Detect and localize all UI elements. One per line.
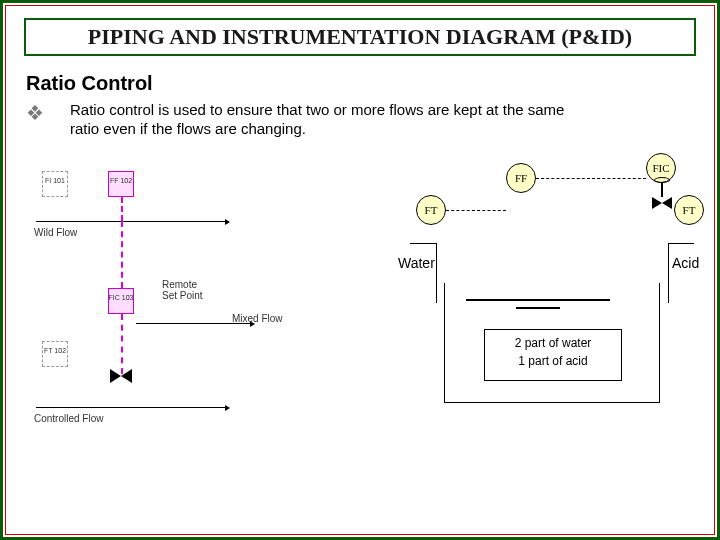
control-valve-icon xyxy=(652,197,672,209)
label-remote-setpoint: Remote Set Point xyxy=(162,279,203,301)
process-diagram-right: FIC FF FT FT Water Acid 2 part of water … xyxy=(356,153,716,453)
stream-label-water: Water xyxy=(398,255,435,271)
ratio-line1: 2 part of water xyxy=(491,334,615,352)
page-title: PIPING AND INSTRUMENTATION DIAGRAM (P&ID… xyxy=(24,18,696,56)
control-valve-icon xyxy=(110,369,132,383)
label-controlled-flow: Controlled Flow xyxy=(34,413,103,424)
instrument-ff: FF xyxy=(506,163,536,193)
ratio-line2: 1 part of acid xyxy=(491,352,615,370)
label-mixed-flow: Mixed Flow xyxy=(232,313,283,324)
tag-ft102: FT 102 xyxy=(42,347,68,354)
schematic-diagram-left: FI 101 FF 102 FIC 103 FT 102 Wild Flow M… xyxy=(36,163,326,443)
label-wild-flow: Wild Flow xyxy=(34,227,77,238)
section-heading: Ratio Control xyxy=(26,72,694,95)
description-text: Ratio control is used to ensure that two… xyxy=(70,101,590,139)
instrument-ft-left: FT xyxy=(416,195,446,225)
tag-fic103: FIC 103 xyxy=(108,294,134,301)
tag-ff102: FF 102 xyxy=(108,177,134,184)
tag-fi101: FI 101 xyxy=(42,177,68,184)
stream-label-acid: Acid xyxy=(672,255,699,271)
bullet-icon: ❖ xyxy=(26,101,70,139)
instrument-ft-right: FT xyxy=(674,195,704,225)
ratio-label-box: 2 part of water 1 part of acid xyxy=(484,329,622,381)
